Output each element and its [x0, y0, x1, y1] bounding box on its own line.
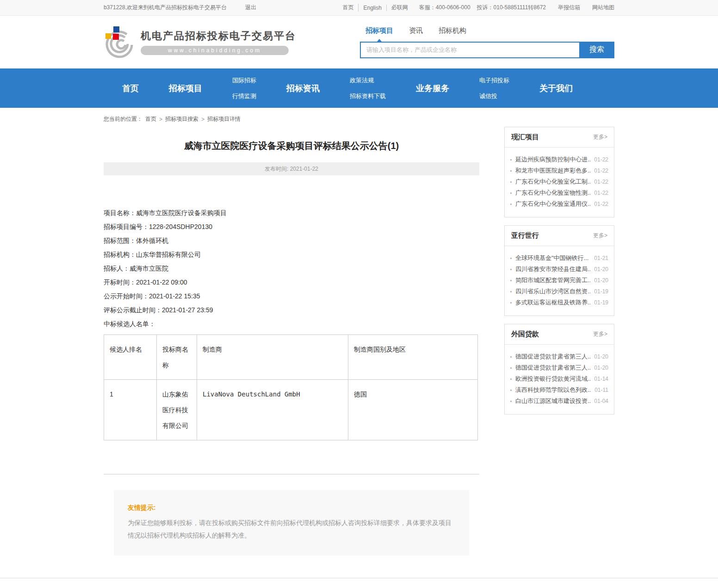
nav-bid-news[interactable]: 招标资讯 — [286, 83, 320, 94]
top-utility-bar: b371228,欢迎来到机电产品招标投标电子交易平台 退出 首页 English… — [0, 0, 718, 16]
cell-country: 德国 — [348, 380, 478, 440]
item-title: 广东石化中心化验室物性测... — [515, 189, 590, 197]
detail-bid-agency: 招标机构：山东华普招标有限公司 — [104, 248, 479, 261]
search-button[interactable]: 搜索 — [579, 42, 614, 58]
item-date: 01-11 — [594, 387, 608, 393]
sidebar: 现汇项目 更多> 延边州疾病预防控制中心进... 01-22 和龙市中医医院超声… — [504, 127, 614, 422]
bullet-icon — [510, 159, 512, 161]
nav-business-services[interactable]: 业务服务 — [416, 83, 449, 94]
list-item[interactable]: 广东石化中心化验室化工制... 01-22 — [510, 176, 608, 187]
notice-title: 友情提示: — [128, 504, 455, 512]
panel-title: 外国贷款 — [511, 330, 539, 339]
candidate-table: 候选人排名 投标商名称 制造商 制造商国别及地区 1 山东象佑医疗科技有限公司 … — [104, 334, 478, 440]
logout-link[interactable]: 退出 — [245, 4, 256, 12]
breadcrumb-prefix: 您当前的位置： — [104, 115, 142, 123]
list-item[interactable]: 广东石化中心化验室通用仪... 01-22 — [510, 198, 608, 210]
item-date: 01-04 — [594, 398, 608, 404]
topbar-home-link[interactable]: 首页 — [338, 4, 359, 12]
list-item[interactable]: 滇西科技师范学院以色列政... 01-11 — [510, 384, 608, 396]
search-tab-bid-projects[interactable]: 招标项目 — [365, 26, 393, 38]
cell-manufacturer: LivaNova DeutschLand GmbH — [197, 380, 348, 440]
panel-adb-worldbank: 亚行世行 更多> 全球环境基金"中国钢铁行... 01-21 四川省雅安市荥经县… — [504, 225, 614, 316]
col-header-country: 制造商国别及地区 — [348, 335, 478, 380]
bullet-icon — [510, 390, 512, 391]
col-header-rank: 候选人排名 — [104, 335, 157, 380]
footer: ©2001--2021 必联网 必联公司 版权所有 京ICP备12040737号… — [0, 578, 718, 588]
bullet-icon — [510, 356, 512, 358]
sitemap-link[interactable]: 网站地图 — [592, 4, 614, 12]
cell-bidder: 山东象佑医疗科技有限公司 — [157, 380, 197, 440]
detail-publicity-start: 公示开始时间：2021-01-22 15:35 — [104, 289, 479, 303]
nav-home[interactable]: 首页 — [122, 83, 139, 94]
more-link[interactable]: 更多> — [593, 330, 607, 338]
complaint-phone: 投诉：010-58851111转8672 — [477, 4, 546, 12]
topbar-bilian-link[interactable]: 必联网 — [387, 4, 413, 12]
list-item[interactable]: 四川省雅安市荥经县住建局... 01-20 — [510, 264, 608, 275]
nav-bid-projects[interactable]: 招标项目 — [169, 83, 202, 94]
table-header-row: 候选人排名 投标商名称 制造商 制造商国别及地区 — [104, 335, 478, 380]
search-area: 招标项目 资讯 招标机构 搜索 — [360, 26, 614, 58]
list-item[interactable]: 延边州疾病预防控制中心进... 01-22 — [510, 154, 608, 165]
item-date: 01-22 — [594, 156, 608, 163]
nav-intl-bidding[interactable]: 国际招标 — [232, 76, 256, 85]
project-details: 项目名称：威海市立医院医疗设备采购项目 招标项目编号：1228-204SDHP2… — [104, 206, 479, 331]
nav-market-monitor[interactable]: 行情监测 — [232, 92, 256, 100]
topbar-english-link[interactable]: English — [359, 5, 386, 11]
panel-foreign-loans: 外国贷款 更多> 德国促进贷款甘肃省第三人... 01-20 德国促进贷款甘肃省… — [504, 324, 614, 415]
detail-bid-scope: 招标范围：体外循环机 — [104, 234, 479, 248]
report-mailbox-link[interactable]: 举报信箱 — [558, 4, 580, 12]
article-title: 威海市立医院医疗设备采购项目评标结果公示公告(1) — [104, 140, 479, 152]
nav-integrity[interactable]: 诚信投 — [479, 92, 509, 100]
bullet-icon — [510, 401, 512, 402]
logo-spiral-icon — [104, 25, 136, 60]
search-tab-agencies[interactable]: 招标机构 — [439, 26, 466, 38]
more-link[interactable]: 更多> — [593, 133, 607, 141]
item-date: 01-19 — [594, 299, 608, 306]
list-item[interactable]: 白山市江源区城市建设投资... 01-04 — [510, 396, 608, 407]
breadcrumb-separator — [159, 116, 162, 123]
content-divider — [104, 474, 479, 475]
search-input[interactable] — [360, 42, 579, 58]
detail-candidate-list-label: 中标候选人名单： — [104, 317, 479, 331]
bullet-icon — [510, 378, 512, 380]
more-link[interactable]: 更多> — [593, 232, 607, 240]
bullet-icon — [510, 367, 512, 369]
list-item[interactable]: 四川省乐山市沙湾区自然资... 01-19 — [510, 286, 608, 297]
list-item[interactable]: 全球环境基金"中国钢铁行... 01-21 — [510, 253, 608, 264]
search-tab-news[interactable]: 资讯 — [409, 26, 423, 38]
detail-project-number: 招标项目编号：1228-204SDHP20130 — [104, 220, 479, 234]
list-item[interactable]: 德国促进贷款甘肃省第三人... 01-20 — [510, 362, 608, 373]
list-item[interactable]: 和龙市中医医院超声彩色多... 01-22 — [510, 165, 608, 176]
list-item[interactable]: 广东石化中心化验室物性测... 01-22 — [510, 187, 608, 198]
item-date: 01-20 — [594, 266, 608, 272]
item-title: 欧洲投资银行贷款黄河流域... — [515, 375, 590, 383]
nav-policies[interactable]: 政策法规 — [350, 76, 386, 85]
site-url: www.chinabidding.com — [141, 46, 289, 55]
item-title: 四川省雅安市荥经县住建局... — [515, 265, 590, 273]
detail-tenderee: 招标人：威海市立医院 — [104, 261, 479, 275]
list-item[interactable]: 简阳市城区配套管网完善工... 01-20 — [510, 275, 608, 286]
item-date: 01-22 — [594, 190, 608, 196]
item-title: 广东石化中心化验室通用仪... — [515, 200, 590, 208]
cell-rank: 1 — [104, 380, 157, 440]
panel-title: 亚行世行 — [511, 231, 539, 240]
nav-about-us[interactable]: 关于我们 — [539, 83, 573, 94]
nav-downloads[interactable]: 招标资料下载 — [350, 92, 386, 100]
publish-date: 发布时间: 2021-01-22 — [265, 165, 318, 173]
item-title: 广东石化中心化验室化工制... — [515, 178, 590, 186]
breadcrumb-home[interactable]: 首页 — [145, 115, 156, 123]
publish-date-bar: 发布时间: 2021-01-22 — [104, 162, 479, 175]
item-date: 01-22 — [594, 167, 608, 174]
nav-e-bidding[interactable]: 电子招投标 — [479, 76, 509, 85]
bullet-icon — [510, 258, 512, 259]
item-date: 01-20 — [594, 353, 608, 360]
bullet-icon — [510, 269, 512, 270]
list-item[interactable]: 欧洲投资银行贷款黄河流域... 01-14 — [510, 373, 608, 384]
list-item[interactable]: 多式联运客运枢纽及铁路养... 01-19 — [510, 297, 608, 308]
list-item[interactable]: 德国促进贷款甘肃省第三人... 01-20 — [510, 351, 608, 362]
site-logo[interactable]: 机电产品招标投标电子交易平台 www.chinabidding.com — [104, 25, 296, 60]
panel-title: 现汇项目 — [511, 133, 539, 142]
item-date: 01-19 — [594, 288, 608, 295]
breadcrumb-project-search[interactable]: 招标项目搜索 — [165, 115, 198, 123]
site-title: 机电产品招标投标电子交易平台 — [141, 29, 296, 43]
